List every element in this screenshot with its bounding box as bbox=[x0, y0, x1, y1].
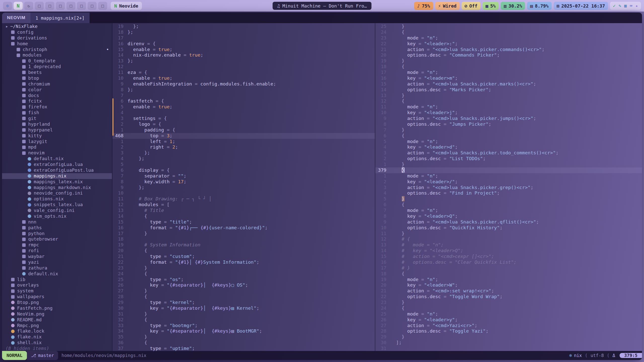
code-line[interactable]: 37 type = "uptime"; bbox=[112, 346, 375, 351]
code-line[interactable]: 12 { bbox=[375, 98, 642, 104]
code-line[interactable]: 28 { bbox=[112, 294, 375, 300]
code-line[interactable]: 30 key = "{#separator}│ {#keys}▤ Kernel"… bbox=[112, 305, 375, 311]
tree-item[interactable]: vim_opts.nix bbox=[2, 213, 112, 219]
tree-item[interactable]: firefox bbox=[2, 104, 112, 110]
code-line[interactable]: 14 nix-direnv.enable = true; bbox=[112, 52, 375, 58]
disk-badge[interactable]: ▤8.79% bbox=[527, 2, 551, 10]
workspace-button[interactable]: □ bbox=[77, 2, 86, 10]
workspace-button[interactable]: ❄ bbox=[3, 2, 12, 10]
code-line[interactable]: 11eza = { bbox=[112, 70, 375, 75]
code-line[interactable]: 36 { bbox=[112, 340, 375, 346]
tree-item[interactable]: default.nix bbox=[2, 156, 112, 162]
tree-item[interactable]: fcitx bbox=[2, 98, 112, 104]
code-line[interactable]: 14 { bbox=[112, 213, 375, 219]
workspace-button[interactable]: ↻ bbox=[24, 2, 33, 10]
workspace-button-active[interactable]: N bbox=[14, 2, 23, 10]
volume-badge[interactable]: ♪75% bbox=[414, 2, 433, 10]
code-line[interactable]: 22 key = "<leader>:"; bbox=[375, 41, 642, 47]
workspace-button[interactable]: □ bbox=[56, 2, 65, 10]
code-line[interactable]: 19 }; bbox=[112, 24, 375, 29]
workspace-button[interactable]: □ bbox=[45, 2, 54, 10]
code-line[interactable]: 12 modules = [ bbox=[112, 202, 375, 208]
code-line[interactable]: 18}; bbox=[112, 29, 375, 35]
code-line[interactable]: 9 enableFishIntegration = config.modules… bbox=[112, 81, 375, 87]
tree-item[interactable]: extraConfigLua.lua bbox=[2, 162, 112, 167]
code-line[interactable]: 29 type = "kernel"; bbox=[112, 300, 375, 305]
code-line[interactable]: 3 }; bbox=[112, 150, 375, 156]
code-line[interactable]: 3 action = "<cmd>lua Snacks.picker.grep(… bbox=[375, 185, 642, 191]
tree-item[interactable]: flake.nix bbox=[2, 334, 112, 340]
code-line[interactable]: 26 key = "<leader>y"; bbox=[375, 317, 642, 323]
code-line[interactable]: 20 options.desc = "Commands Picker"; bbox=[375, 52, 642, 58]
code-line[interactable]: 14 # key = "<leader>Q"; bbox=[375, 248, 642, 254]
code-line[interactable]: 8 key = "<leader>Q"; bbox=[375, 213, 642, 219]
tree-item[interactable]: config bbox=[2, 29, 112, 35]
tree-item[interactable]: git bbox=[2, 116, 112, 121]
bell-icon[interactable]: ✦ bbox=[635, 3, 638, 8]
workspace-button[interactable]: □ bbox=[66, 2, 75, 10]
code-line[interactable]: 8 key.width = 17; bbox=[112, 179, 375, 185]
code-line[interactable]: 35 } bbox=[112, 334, 375, 340]
code-line[interactable]: 6 display = { bbox=[112, 167, 375, 173]
code-line[interactable]: 7 } bbox=[375, 127, 642, 133]
tree-item[interactable]: extraConfigLuaPost.lua bbox=[2, 167, 112, 173]
code-line[interactable]: 17 } bbox=[112, 231, 375, 237]
code-line[interactable]: 18 { bbox=[375, 64, 642, 70]
code-line[interactable]: 23 mode = "n"; bbox=[375, 35, 642, 41]
code-line[interactable]: 2 key = "<leader>/"; bbox=[375, 179, 642, 185]
code-line[interactable]: 9 action = "<cmd>lua Snacks.picker.jumps… bbox=[375, 116, 642, 121]
code-line[interactable]: 2 options.desc = "List TODOs"; bbox=[375, 156, 642, 162]
tree-item[interactable]: modules bbox=[2, 52, 112, 58]
code-line[interactable]: 21 action = "<cmd>:set wrap!<cr>"; bbox=[375, 288, 642, 294]
code-line[interactable]: 3 action = "<cmd>lua Snacks.picker.todo_… bbox=[375, 150, 642, 156]
tree-item[interactable]: btop bbox=[2, 75, 112, 81]
code-line[interactable]: 13 # mode = "n"; bbox=[375, 242, 642, 248]
code-line[interactable]: 8}; bbox=[112, 87, 375, 93]
code-line[interactable]: 16direnv = { bbox=[112, 41, 375, 47]
code-line[interactable]: 1 mode = "n"; bbox=[375, 173, 642, 179]
code-line[interactable]: 25 type = "os"; bbox=[112, 277, 375, 283]
code-line[interactable]: 18 { bbox=[375, 271, 642, 277]
tree-item[interactable]: mappings_latex.nix bbox=[2, 179, 112, 185]
code-line[interactable]: 31 bbox=[375, 346, 642, 351]
tree-item[interactable]: mappings_markdown.nix bbox=[2, 185, 112, 191]
code-line[interactable]: 19 # System Information bbox=[112, 242, 375, 248]
code-line[interactable]: 21 action = "<cmd>lua Snacks.picker.comm… bbox=[375, 47, 642, 53]
tree-item[interactable]: 0_template bbox=[2, 58, 112, 64]
tree-item[interactable]: wallpapers bbox=[2, 294, 112, 300]
code-line[interactable]: 3 settings = { bbox=[112, 116, 375, 121]
code-line[interactable]: 9 }; bbox=[112, 185, 375, 191]
tree-item[interactable]: home bbox=[2, 41, 112, 47]
tree-item[interactable]: chromium bbox=[2, 81, 112, 87]
code-line[interactable]: 6 { bbox=[375, 202, 642, 208]
tree-item[interactable]: neovide_config.ini bbox=[2, 190, 112, 196]
workspace-button[interactable]: □ bbox=[35, 2, 44, 10]
code-line[interactable]: 6fastfetch = { bbox=[112, 98, 375, 104]
code-line[interactable]: 11 } bbox=[375, 231, 642, 237]
tree-item[interactable]: qutebrowser bbox=[2, 236, 112, 242]
code-line[interactable]: 13 } bbox=[375, 93, 642, 99]
code-line[interactable]: 28 options.desc = "Toggle Yazi"; bbox=[375, 328, 642, 334]
code-line[interactable]: 23 } bbox=[375, 300, 642, 305]
code-line[interactable]: 1 left = 1; bbox=[112, 139, 375, 145]
tree-item[interactable]: kitty bbox=[2, 133, 112, 139]
code-line[interactable]: 2 logo = { bbox=[112, 121, 375, 127]
tree-item[interactable]: snippets_latex.lua bbox=[2, 202, 112, 208]
status-ok-icon[interactable]: ✓ bbox=[613, 3, 616, 8]
code-line[interactable]: 5 bbox=[112, 162, 375, 167]
tree-item[interactable]: color bbox=[2, 87, 112, 93]
tree-item[interactable]: flake.lock bbox=[2, 328, 112, 334]
tree-item[interactable]: hyprpanel bbox=[2, 127, 112, 133]
code-line[interactable]: 7 separator = ""; bbox=[112, 173, 375, 179]
code-line[interactable]: 4 key = "<leader>d"; bbox=[375, 144, 642, 150]
code-line[interactable]: 5 mode = "n"; bbox=[375, 139, 642, 145]
code-line[interactable]: 24 { bbox=[112, 271, 375, 277]
tree-item[interactable]: mpd bbox=[2, 144, 112, 150]
code-line-cursor[interactable]: 468 top = 3; bbox=[112, 133, 375, 139]
keyboard-icon[interactable]: ⌨ bbox=[630, 3, 632, 8]
tree-item[interactable]: zathura bbox=[2, 265, 112, 271]
tree-item[interactable]: options.nix bbox=[2, 196, 112, 202]
code-line[interactable]: 17 # } bbox=[375, 265, 642, 271]
code-line[interactable]: 25 } bbox=[375, 24, 642, 29]
tree-item[interactable]: beets bbox=[2, 70, 112, 75]
